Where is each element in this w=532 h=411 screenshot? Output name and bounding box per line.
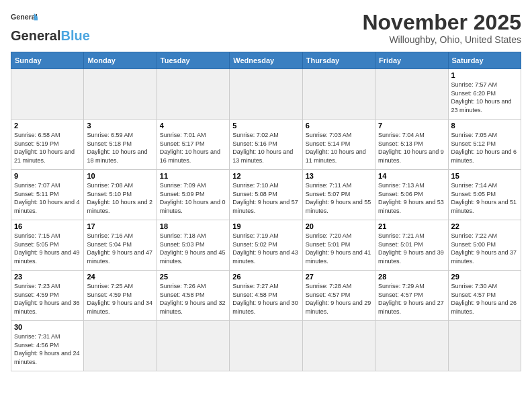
day-number: 21 — [378, 222, 445, 230]
calendar-cell: 20Sunrise: 7:20 AM Sunset: 5:01 PM Dayli… — [302, 220, 375, 271]
day-number: 8 — [451, 122, 518, 130]
day-info: Sunrise: 7:13 AM Sunset: 5:06 PM Dayligh… — [378, 181, 445, 215]
day-info: Sunrise: 7:27 AM Sunset: 4:58 PM Dayligh… — [232, 282, 299, 316]
day-number: 15 — [451, 172, 518, 180]
week-row-3: 9Sunrise: 7:07 AM Sunset: 5:11 PM Daylig… — [11, 170, 521, 220]
day-number: 18 — [160, 222, 226, 230]
month-title: November 2025 — [362, 11, 521, 34]
day-info: Sunrise: 7:03 AM Sunset: 5:14 PM Dayligh… — [306, 131, 372, 165]
day-info: Sunrise: 7:11 AM Sunset: 5:07 PM Dayligh… — [306, 181, 372, 215]
calendar-cell: 26Sunrise: 7:27 AM Sunset: 4:58 PM Dayli… — [230, 271, 302, 321]
day-number: 27 — [306, 273, 372, 281]
day-info: Sunrise: 6:58 AM Sunset: 5:19 PM Dayligh… — [14, 131, 81, 165]
day-number: 3 — [87, 122, 153, 130]
calendar-cell: 12Sunrise: 7:10 AM Sunset: 5:08 PM Dayli… — [230, 170, 302, 220]
day-info: Sunrise: 7:23 AM Sunset: 4:59 PM Dayligh… — [14, 282, 81, 316]
calendar-cell: 5Sunrise: 7:02 AM Sunset: 5:16 PM Daylig… — [230, 120, 302, 170]
day-info: Sunrise: 7:21 AM Sunset: 5:01 PM Dayligh… — [378, 232, 445, 265]
day-number: 2 — [14, 122, 81, 130]
day-number: 14 — [378, 172, 445, 180]
calendar-cell — [157, 321, 229, 371]
day-number: 5 — [232, 122, 299, 130]
day-number: 20 — [306, 222, 372, 230]
week-row-4: 16Sunrise: 7:15 AM Sunset: 5:05 PM Dayli… — [11, 220, 521, 271]
calendar-cell: 25Sunrise: 7:26 AM Sunset: 4:58 PM Dayli… — [157, 271, 229, 321]
calendar-cell: 8Sunrise: 7:05 AM Sunset: 5:12 PM Daylig… — [448, 120, 521, 170]
day-info: Sunrise: 7:09 AM Sunset: 5:09 PM Dayligh… — [160, 181, 226, 215]
day-info: Sunrise: 7:57 AM Sunset: 6:20 PM Dayligh… — [451, 81, 518, 114]
week-row-1: 1Sunrise: 7:57 AM Sunset: 6:20 PM Daylig… — [11, 69, 521, 120]
calendar-cell: 14Sunrise: 7:13 AM Sunset: 5:06 PM Dayli… — [375, 170, 448, 220]
day-info: Sunrise: 7:02 AM Sunset: 5:16 PM Dayligh… — [232, 131, 299, 165]
day-info: Sunrise: 7:19 AM Sunset: 5:02 PM Dayligh… — [232, 232, 299, 265]
week-row-2: 2Sunrise: 6:58 AM Sunset: 5:19 PM Daylig… — [11, 120, 521, 170]
day-info: Sunrise: 7:15 AM Sunset: 5:05 PM Dayligh… — [14, 232, 81, 265]
day-number: 19 — [232, 222, 299, 230]
day-info: Sunrise: 7:04 AM Sunset: 5:13 PM Dayligh… — [378, 131, 445, 165]
day-info: Sunrise: 7:28 AM Sunset: 4:57 PM Dayligh… — [306, 282, 372, 316]
day-number: 23 — [14, 273, 81, 281]
calendar-cell: 23Sunrise: 7:23 AM Sunset: 4:59 PM Dayli… — [11, 271, 84, 321]
page-header: General General Blue November 2025 Willo… — [11, 11, 521, 45]
calendar-cell: 27Sunrise: 7:28 AM Sunset: 4:57 PM Dayli… — [302, 271, 375, 321]
calendar-cell — [84, 69, 157, 120]
calendar-cell — [375, 321, 448, 371]
day-info: Sunrise: 7:20 AM Sunset: 5:01 PM Dayligh… — [306, 232, 372, 265]
weekday-header-saturday: Saturday — [448, 52, 521, 69]
calendar-cell: 22Sunrise: 7:22 AM Sunset: 5:00 PM Dayli… — [448, 220, 521, 271]
calendar-cell: 10Sunrise: 7:08 AM Sunset: 5:10 PM Dayli… — [84, 170, 157, 220]
calendar-cell: 17Sunrise: 7:16 AM Sunset: 5:04 PM Dayli… — [84, 220, 157, 271]
calendar-cell — [11, 69, 84, 120]
day-number: 26 — [232, 273, 299, 281]
svg-text:General: General — [11, 13, 38, 21]
logo-icon: General — [11, 11, 38, 26]
calendar-cell: 15Sunrise: 7:14 AM Sunset: 5:05 PM Dayli… — [448, 170, 521, 220]
day-number: 9 — [14, 172, 81, 180]
week-row-6: 30Sunrise: 7:31 AM Sunset: 4:56 PM Dayli… — [11, 321, 521, 371]
day-number: 16 — [14, 222, 81, 230]
calendar-cell — [157, 69, 229, 120]
location: Willoughby, Ohio, United States — [362, 34, 521, 45]
weekday-header-sunday: Sunday — [11, 52, 84, 69]
day-number: 1 — [451, 71, 518, 79]
day-info: Sunrise: 7:16 AM Sunset: 5:04 PM Dayligh… — [87, 232, 153, 265]
day-info: Sunrise: 7:10 AM Sunset: 5:08 PM Dayligh… — [232, 181, 299, 215]
day-info: Sunrise: 7:18 AM Sunset: 5:03 PM Dayligh… — [160, 232, 226, 265]
day-number: 13 — [306, 172, 372, 180]
weekday-header-thursday: Thursday — [302, 52, 375, 69]
calendar-cell: 21Sunrise: 7:21 AM Sunset: 5:01 PM Dayli… — [375, 220, 448, 271]
logo-blue: Blue — [60, 28, 89, 44]
calendar-cell: 7Sunrise: 7:04 AM Sunset: 5:13 PM Daylig… — [375, 120, 448, 170]
day-number: 11 — [160, 172, 226, 180]
calendar-cell — [230, 321, 302, 371]
day-number: 10 — [87, 172, 153, 180]
day-number: 4 — [160, 122, 226, 130]
weekday-header-wednesday: Wednesday — [230, 52, 302, 69]
calendar-cell: 24Sunrise: 7:25 AM Sunset: 4:59 PM Dayli… — [84, 271, 157, 321]
day-info: Sunrise: 7:01 AM Sunset: 5:17 PM Dayligh… — [160, 131, 226, 165]
calendar-cell: 2Sunrise: 6:58 AM Sunset: 5:19 PM Daylig… — [11, 120, 84, 170]
calendar-cell: 16Sunrise: 7:15 AM Sunset: 5:05 PM Dayli… — [11, 220, 84, 271]
title-block: November 2025 Willoughby, Ohio, United S… — [362, 11, 521, 45]
calendar-cell — [375, 69, 448, 120]
weekday-header-friday: Friday — [375, 52, 448, 69]
calendar-cell — [302, 69, 375, 120]
calendar-cell: 18Sunrise: 7:18 AM Sunset: 5:03 PM Dayli… — [157, 220, 229, 271]
day-number: 7 — [378, 122, 445, 130]
calendar-cell: 11Sunrise: 7:09 AM Sunset: 5:09 PM Dayli… — [157, 170, 229, 220]
day-info: Sunrise: 7:26 AM Sunset: 4:58 PM Dayligh… — [160, 282, 226, 316]
calendar-cell: 19Sunrise: 7:19 AM Sunset: 5:02 PM Dayli… — [230, 220, 302, 271]
calendar-cell: 30Sunrise: 7:31 AM Sunset: 4:56 PM Dayli… — [11, 321, 84, 371]
day-number: 22 — [451, 222, 518, 230]
calendar-cell: 9Sunrise: 7:07 AM Sunset: 5:11 PM Daylig… — [11, 170, 84, 220]
day-info: Sunrise: 7:29 AM Sunset: 4:57 PM Dayligh… — [378, 282, 445, 316]
day-info: Sunrise: 7:07 AM Sunset: 5:11 PM Dayligh… — [14, 181, 81, 215]
calendar-cell: 28Sunrise: 7:29 AM Sunset: 4:57 PM Dayli… — [375, 271, 448, 321]
day-number: 28 — [378, 273, 445, 281]
svg-rect-2 — [34, 17, 38, 20]
calendar-cell: 1Sunrise: 7:57 AM Sunset: 6:20 PM Daylig… — [448, 69, 521, 120]
day-number: 29 — [451, 273, 518, 281]
weekday-header-row: SundayMondayTuesdayWednesdayThursdayFrid… — [11, 52, 521, 69]
calendar-cell: 29Sunrise: 7:30 AM Sunset: 4:57 PM Dayli… — [448, 271, 521, 321]
calendar-cell — [448, 321, 521, 371]
